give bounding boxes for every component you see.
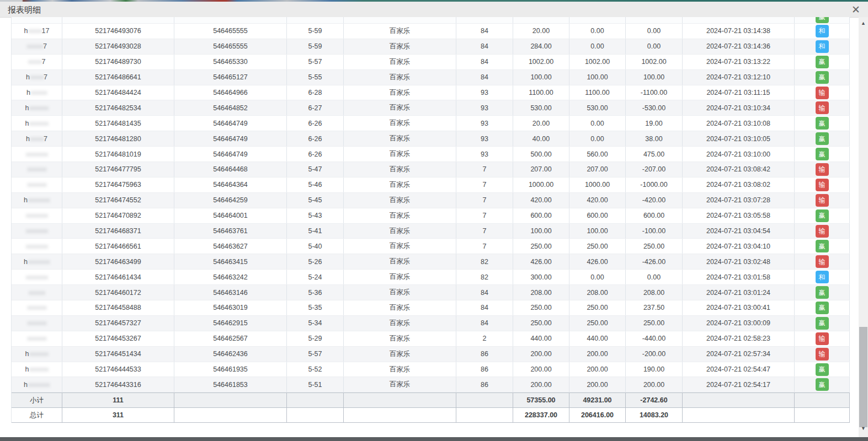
cell-status: 输 [795,254,850,269]
background-bottom-strip [0,437,868,441]
cell-game: 百家乐 [344,70,456,85]
username-redacted: xxxxxxxx [26,212,48,219]
cell-valid-bet: 1100.00 [569,85,626,100]
table-row: hxxxxxxxx5217464745525464642595-45百家乐742… [12,193,850,208]
cell-table-no: 84 [456,70,513,85]
cell-winloss: -426.00 [626,254,683,269]
cell-username: xxxxxxxx [12,224,62,239]
username-suffix: 7 [44,135,47,143]
cell-username: hxxxxxxx [12,116,62,131]
status-badge: 输 [816,194,829,207]
cell-table-no: 7 [456,208,513,223]
subtotal-row-cell-status [795,393,850,407]
cell-username: hxxxxxxxx [12,193,62,208]
modal-header: 报表明细 ✕ [0,2,868,18]
cell-order-id: 521746474552 [62,193,174,208]
cell-order-id: 521746466561 [62,239,174,254]
username-redacted: xxxxx [28,58,42,66]
cell-time: 2024-07-21 02:58:23 [683,331,795,346]
cell-username: xxxxx7 [12,55,62,69]
report-table: 赢hxxxxx175217464930765464655555-59百家乐842… [11,17,850,423]
cell-status: 输 [795,178,850,192]
table-row: xxxxxxx5217464584885464630195-35百家乐84250… [12,300,850,316]
cell-winloss: 208.00 [626,285,683,300]
scroll-up-icon[interactable]: ▲ [859,18,868,28]
cell-winloss: -207.00 [626,162,683,177]
cell-bet: 207.00 [513,162,569,177]
grand-total-row-cell-valid-bet: 206416.00 [569,408,626,423]
cell-valid-bet: 250.00 [569,239,626,254]
cell-username: hxxxxxxxx [12,377,62,392]
status-badge: 赢 [816,209,829,222]
cell-order-id: 521746486641 [62,70,174,85]
cell-winloss: -100.00 [626,224,683,239]
cell-order-id: 521746481435 [62,116,174,131]
cell-winloss: -1100.00 [626,85,683,100]
cell-game: 百家乐 [344,39,456,54]
cell-valid-bet: 207.00 [569,162,626,177]
scrollbar-thumb[interactable] [859,327,867,427]
table-row: xxxxxxxx5217464708925464640015-43百家乐7600… [12,208,850,224]
cell-round: 5-36 [287,285,344,300]
cell-game [344,17,456,23]
cell-valid-bet: 100.00 [569,70,626,85]
cell-valid-bet: 440.00 [569,331,626,346]
cell-username: xxxxxxxx [12,270,62,284]
cell-valid-bet: 560.00 [569,147,626,162]
close-icon[interactable]: ✕ [851,3,860,17]
cell-time [683,17,795,23]
cell-round: 5-51 [287,377,344,392]
cell-username: xxxxxxx [12,300,62,315]
status-badge: 赢 [816,117,829,130]
cell-bet: 200.00 [513,362,569,377]
cell-bet: 250.00 [513,300,569,315]
username-redacted: xxxxxxx [29,365,48,373]
cell-winloss: 38.00 [626,131,683,146]
cell-winloss: 190.00 [626,362,683,377]
status-badge: 赢 [816,148,829,160]
cell-status: 赢 [795,70,850,85]
cell-username: xxxxxxx [12,178,62,192]
status-badge: 输 [816,225,829,238]
cell-username: xxxxxxx [12,331,62,346]
table-row: xxxxxxxx5217464683715464637615-41百家乐7100… [12,224,850,239]
cell-winloss: -200.00 [626,347,683,362]
vertical-scrollbar[interactable]: ▲ ▼ [859,17,868,437]
grand-total-row: 总计311228337.00206416.0014083.20 [12,408,850,423]
cell-winloss: 0.00 [626,24,683,39]
cell-bet: 530.00 [513,100,569,115]
cell-winloss: 475.00 [626,147,683,162]
cell-valid-bet: 0.00 [569,39,626,54]
cell-order-id: 521746493076 [62,24,174,39]
cell-table-no: 84 [456,316,513,331]
cell-game: 百家乐 [344,377,456,392]
cell-game: 百家乐 [344,254,456,269]
scroll-down-icon[interactable]: ▼ [859,423,868,433]
cell-table-no: 7 [456,239,513,254]
table-row-partial: 赢 [12,17,850,24]
username-suffix: 17 [42,27,50,35]
username-redacted: xxxxxx [26,42,43,50]
cell-winloss: -1000.00 [626,178,683,192]
cell-round: 5-34 [287,316,344,331]
cell-round: 5-47 [287,162,344,177]
username-prefix: h [24,196,28,204]
username-redacted: xxxxxxxx [28,258,50,266]
cell-round-id: 546463627 [174,239,287,254]
subtotal-row-cell-round [287,393,344,407]
cell-valid-bet: 0.00 [569,116,626,131]
cell-winloss: 19.00 [626,116,683,131]
username-prefix: h [24,258,28,266]
cell-bet [513,17,569,23]
cell-valid-bet: 100.00 [569,224,626,239]
cell-round-id: 546464749 [174,147,287,162]
status-badge: 赢 [816,240,829,252]
cell-table-no: 82 [456,254,513,269]
grand-total-row-cell-winloss: 14083.20 [626,408,683,423]
cell-table-no: 84 [456,55,513,69]
cell-bet: 1000.00 [513,178,569,192]
cell-round: 5-55 [287,70,344,85]
cell-round-id: 546464364 [174,178,287,192]
username-redacted: xxxxxxxx [26,243,48,250]
cell-game: 百家乐 [344,347,456,362]
